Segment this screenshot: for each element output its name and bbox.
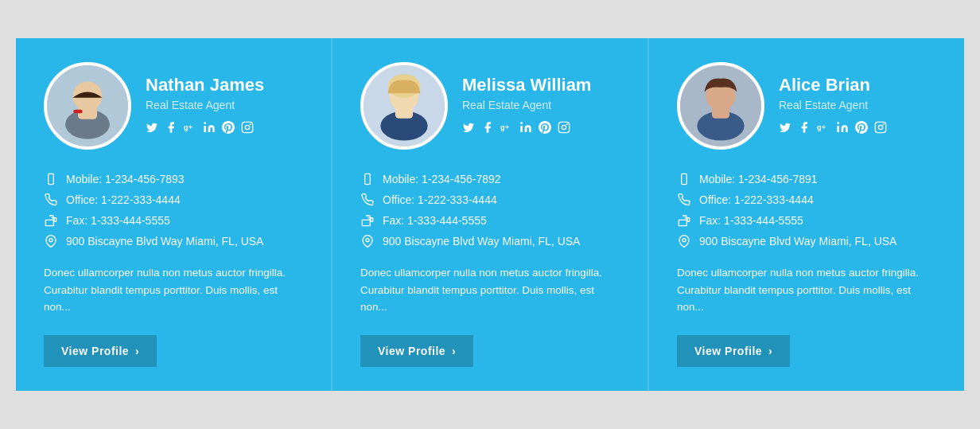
contact-list: Mobile: 1-234-456-7892 Office: 1-222-333… <box>360 172 620 248</box>
view-profile-chevron: › <box>135 345 139 357</box>
social-icons: g+ <box>779 121 887 137</box>
fax-icon <box>360 213 375 228</box>
mobile-text: Mobile: 1-234-456-7893 <box>66 173 185 185</box>
svg-text:g+: g+ <box>184 123 193 131</box>
view-profile-label: View Profile <box>61 345 129 357</box>
social-icon-0[interactable] <box>146 121 158 137</box>
agent-avatar <box>677 62 764 150</box>
address-text: 900 Biscayne Blvd Way Miami, FL, USA <box>699 235 896 248</box>
svg-point-9 <box>250 123 251 125</box>
address-text: 900 Biscayne Blvd Way Miami, FL, USA <box>66 235 263 248</box>
contact-office: Office: 1-222-333-4444 <box>360 193 620 207</box>
social-icon-0[interactable] <box>462 121 475 137</box>
contact-list: Mobile: 1-234-456-7893 Office: 1-222-333… <box>44 172 303 248</box>
social-icon-4[interactable] <box>855 121 868 137</box>
view-profile-button[interactable]: View Profile › <box>44 335 157 367</box>
agent-header: Nathan James Real Estate Agent g+ <box>44 62 303 150</box>
agent-card-1: Nathan James Real Estate Agent g+ Mobile… <box>16 38 332 391</box>
location-icon <box>44 234 58 248</box>
social-icon-3[interactable] <box>519 121 532 137</box>
agent-name: Alice Brian <box>779 75 887 96</box>
office-text: Office: 1-222-333-4444 <box>699 193 814 206</box>
agent-bio: Donec ullamcorper nulla non metus auctor… <box>44 264 303 316</box>
contact-fax: Fax: 1-333-444-5555 <box>360 213 620 228</box>
mobile-icon <box>44 172 58 186</box>
svg-rect-7 <box>242 122 252 132</box>
view-profile-label: View Profile <box>378 345 445 357</box>
svg-rect-39 <box>682 174 687 184</box>
social-icon-5[interactable] <box>558 121 570 137</box>
contact-mobile: Mobile: 1-234-456-7891 <box>677 172 936 186</box>
contact-list: Mobile: 1-234-456-7891 Office: 1-222-333… <box>677 172 936 248</box>
social-icons: g+ <box>146 121 264 137</box>
agent-header: Melissa William Real Estate Agent g+ <box>360 62 620 150</box>
contact-fax: Fax: 1-333-444-5555 <box>677 213 936 228</box>
social-icon-1[interactable] <box>798 121 811 137</box>
contact-address: 900 Biscayne Blvd Way Miami, FL, USA <box>44 234 303 248</box>
mobile-text: Mobile: 1-234-456-7891 <box>699 173 818 185</box>
social-icons: g+ <box>462 121 591 137</box>
view-profile-chevron: › <box>452 345 456 357</box>
social-icon-5[interactable] <box>874 121 887 137</box>
svg-text:g+: g+ <box>817 123 826 131</box>
svg-point-43 <box>682 239 686 242</box>
svg-rect-13 <box>54 218 56 222</box>
contact-mobile: Mobile: 1-234-456-7892 <box>360 172 620 186</box>
social-icon-2[interactable]: g+ <box>817 121 830 137</box>
svg-point-24 <box>566 123 568 125</box>
contact-office: Office: 1-222-333-4444 <box>677 193 936 207</box>
svg-rect-42 <box>687 218 690 222</box>
svg-point-6 <box>204 122 206 124</box>
agent-title: Real Estate Agent <box>779 99 887 111</box>
office-text: Office: 1-222-333-4444 <box>66 193 181 206</box>
svg-rect-28 <box>371 218 373 222</box>
fax-text: Fax: 1-333-444-5555 <box>699 214 803 227</box>
svg-point-14 <box>49 239 52 242</box>
fax-icon <box>44 213 58 228</box>
svg-rect-4 <box>73 110 82 114</box>
svg-rect-18 <box>395 107 413 119</box>
social-icon-0[interactable] <box>779 121 791 137</box>
agent-avatar <box>44 62 131 150</box>
social-icon-1[interactable] <box>481 121 494 137</box>
social-icon-4[interactable] <box>222 121 235 137</box>
view-profile-button[interactable]: View Profile › <box>360 335 473 367</box>
mobile-text: Mobile: 1-234-456-7892 <box>383 173 501 185</box>
agent-cards-container: Nathan James Real Estate Agent g+ Mobile… <box>16 38 964 391</box>
svg-rect-33 <box>712 107 729 119</box>
social-icon-2[interactable]: g+ <box>500 121 513 137</box>
social-icon-5[interactable] <box>241 121 254 137</box>
agent-header: Alice Brian Real Estate Agent g+ <box>677 62 936 150</box>
svg-point-37 <box>878 125 882 129</box>
svg-point-35 <box>837 122 839 124</box>
contact-mobile: Mobile: 1-234-456-7893 <box>44 172 303 186</box>
agent-info: Melissa William Real Estate Agent g+ <box>462 75 591 137</box>
fax-icon <box>677 213 691 228</box>
svg-text:g+: g+ <box>500 123 510 131</box>
address-text: 900 Biscayne Blvd Way Miami, FL, USA <box>383 235 580 248</box>
agent-bio: Donec ullamcorper nulla non metus auctor… <box>360 264 620 316</box>
view-profile-button[interactable]: View Profile › <box>677 335 790 367</box>
phone-icon <box>360 193 375 207</box>
agent-info: Nathan James Real Estate Agent g+ <box>146 75 264 137</box>
fax-text: Fax: 1-333-444-5555 <box>383 214 487 227</box>
agent-info: Alice Brian Real Estate Agent g+ <box>779 75 887 137</box>
svg-point-23 <box>562 125 566 129</box>
location-icon <box>677 234 691 248</box>
svg-point-21 <box>520 122 523 124</box>
agent-card-3: Alice Brian Real Estate Agent g+ Mobile:… <box>649 38 964 391</box>
contact-address: 900 Biscayne Blvd Way Miami, FL, USA <box>360 234 620 248</box>
agent-name: Melissa William <box>462 75 591 96</box>
contact-address: 900 Biscayne Blvd Way Miami, FL, USA <box>677 234 936 248</box>
social-icon-4[interactable] <box>539 121 551 137</box>
social-icon-1[interactable] <box>165 121 177 137</box>
mobile-icon <box>360 172 375 186</box>
phone-icon <box>677 193 691 207</box>
social-icon-3[interactable] <box>203 121 216 137</box>
svg-rect-22 <box>558 122 569 132</box>
social-icon-3[interactable] <box>836 121 849 137</box>
svg-point-8 <box>245 125 249 129</box>
social-icon-2[interactable]: g+ <box>184 121 196 137</box>
svg-rect-41 <box>679 220 686 225</box>
agent-bio: Donec ullamcorper nulla non metus auctor… <box>677 264 936 316</box>
